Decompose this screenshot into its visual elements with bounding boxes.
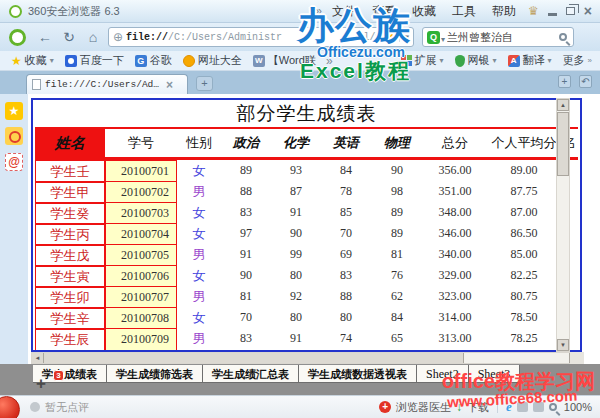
active-tab[interactable]: file:///C:/Users/Administr ×: [26, 74, 188, 94]
zoom-icon[interactable]: [549, 403, 557, 411]
browser-logo-large-icon[interactable]: [9, 29, 26, 46]
doctor-label[interactable]: 浏览器医生: [396, 400, 451, 415]
cell-physics: 65: [371, 328, 423, 351]
scroll-left-icon[interactable]: ◄: [32, 353, 44, 363]
bookmarks-overflow-icon[interactable]: »: [326, 54, 333, 68]
cell-politics: 70: [221, 307, 271, 330]
cell-chemistry: 90: [271, 223, 321, 246]
cell-avg: 87.00: [487, 202, 561, 225]
menu-view[interactable]: 查看: [372, 3, 396, 20]
cell-chemistry: 99: [271, 244, 321, 267]
extensions-menu[interactable]: 扩展 ▾: [401, 53, 444, 68]
page-icon: [32, 79, 41, 90]
download-label[interactable]: 下载: [467, 400, 489, 415]
url-dropdown-icon[interactable]: ▾: [399, 32, 409, 42]
speed-lightning-icon[interactable]: [388, 31, 396, 43]
close-button[interactable]: ×: [584, 4, 592, 18]
notification-badge: 3: [53, 370, 64, 381]
search-input[interactable]: 兰州曾整治自: [447, 30, 559, 45]
url-text[interactable]: file:///C:/Users/Administr: [126, 32, 282, 43]
horizontal-scrollbar[interactable]: ◄ ►: [31, 352, 582, 364]
menu-favorites[interactable]: 收藏: [412, 3, 436, 20]
menu-overflow-icon[interactable]: »: [315, 4, 322, 18]
ie-compat-icon[interactable]: e: [506, 399, 512, 415]
refresh-button[interactable]: ↻: [58, 27, 80, 47]
horizontal-scroll-thumb[interactable]: [44, 353, 464, 363]
restore-button[interactable]: [566, 7, 575, 15]
cell-total: 323.00: [423, 286, 487, 309]
cell-english: 80: [321, 307, 371, 330]
new-tab-button[interactable]: +: [196, 76, 213, 91]
cell-physics: 89: [371, 202, 423, 225]
vertical-scrollbar[interactable]: ▲ ▼: [556, 98, 570, 352]
weibo-icon[interactable]: [5, 127, 23, 145]
cell-id: 20100702: [105, 181, 177, 204]
cell-gender: 男: [177, 286, 221, 309]
score-table: 部分学生成绩表 姓名 学号 性别 政治 化学 英语 物理 总分 个人平均分 名 …: [31, 98, 582, 352]
minimize-button[interactable]: [548, 13, 557, 16]
sheet-tab-2[interactable]: 学生成绩筛选表: [107, 365, 203, 383]
bookmark-baidu[interactable]: 百度一下: [65, 53, 124, 68]
security-shield-icon[interactable]: ⊕: [113, 30, 123, 44]
zoom-level[interactable]: 100%: [564, 401, 592, 413]
menu-tools[interactable]: 工具: [452, 3, 476, 20]
vertical-scroll-thumb[interactable]: [557, 112, 569, 176]
address-bar[interactable]: ⊕ file:///C:/Users/Administr ml/学 ▾: [108, 27, 414, 47]
cell-gender: 男: [177, 181, 221, 204]
reopen-tab-icon[interactable]: +: [558, 75, 571, 88]
download-arrow-icon[interactable]: ↓: [456, 400, 462, 414]
sheet-tab-4[interactable]: 学生成绩数据透视表: [299, 365, 417, 383]
window-mode-icon[interactable]: [517, 402, 528, 412]
more-menu[interactable]: 更多 »: [563, 53, 592, 68]
sheet-tabs: 学生成绩表学生成绩筛选表学生成绩汇总表学生成绩数据透视表Sheet2Sheet3: [33, 365, 520, 383]
ebank-menu[interactable]: 网银 ▾: [455, 53, 497, 68]
scroll-up-icon[interactable]: ▲: [557, 99, 569, 111]
menu-help[interactable]: 帮助: [492, 3, 516, 20]
scroll-down-icon[interactable]: ▼: [557, 339, 569, 351]
search-box[interactable]: Q ▾ 兰州曾整治自: [422, 27, 574, 47]
sheet-tab-3[interactable]: 学生成绩汇总表: [203, 365, 299, 383]
cell-total: 340.00: [423, 244, 487, 267]
favorites-menu[interactable]: ★ 收藏 ▾: [11, 53, 54, 68]
screenshot-at-icon[interactable]: @: [5, 153, 23, 171]
cell-id: 20100701: [105, 160, 177, 183]
bookmark-sites[interactable]: 网址大全: [183, 53, 242, 68]
cell-physics: 62: [371, 286, 423, 309]
menu-file[interactable]: 文件: [332, 3, 356, 20]
cell-total: 346.00: [423, 223, 487, 246]
cell-name: 学生甲: [35, 181, 105, 204]
bookmark-google[interactable]: G 谷歌: [135, 53, 172, 68]
skin-icon[interactable]: ♛: [528, 5, 539, 17]
cell-id: 20100705: [105, 244, 177, 267]
cell-gender: 女: [177, 265, 221, 288]
sheet-tab-6[interactable]: Sheet3: [469, 365, 521, 383]
mute-icon[interactable]: [533, 402, 544, 412]
cell-physics: 98: [371, 181, 423, 204]
header-english: 英语: [321, 129, 371, 157]
cell-politics: 81: [221, 286, 271, 309]
table-row: 学生卯20100707男81928862323.0080.75: [35, 286, 578, 308]
sheet-tab-5[interactable]: Sheet2: [417, 365, 469, 383]
search-icon[interactable]: [559, 33, 567, 41]
translate-icon: A: [508, 55, 520, 67]
cell-avg: 89.00: [487, 160, 561, 183]
sidebar-favorites-icon[interactable]: ★: [5, 102, 23, 120]
search-engine-dropdown-icon[interactable]: ▾: [441, 35, 445, 44]
table-row: 学生辰20100709男83917465313.0078.25: [35, 328, 578, 350]
cell-english: 88: [321, 286, 371, 309]
google-icon: G: [135, 55, 147, 67]
translate-menu[interactable]: A 翻译 ▾: [508, 53, 552, 68]
ebank-caret-icon: ▾: [493, 56, 497, 65]
add-gadget-button[interactable]: +: [36, 374, 46, 394]
bookmark-word[interactable]: W 【Word联: [253, 53, 316, 68]
cell-gender: 男: [177, 244, 221, 267]
undo-close-icon[interactable]: ↶: [579, 75, 592, 88]
tab-close-icon[interactable]: ×: [166, 78, 173, 92]
back-button[interactable]: ←: [34, 27, 56, 47]
header-id: 学号: [105, 129, 177, 157]
cell-physics: 89: [371, 223, 423, 246]
cell-chemistry: 87: [271, 181, 321, 204]
home-button[interactable]: ⌂: [82, 27, 104, 47]
search-engine-icon[interactable]: Q: [427, 31, 440, 44]
doctor-cross-icon[interactable]: +: [379, 401, 391, 413]
